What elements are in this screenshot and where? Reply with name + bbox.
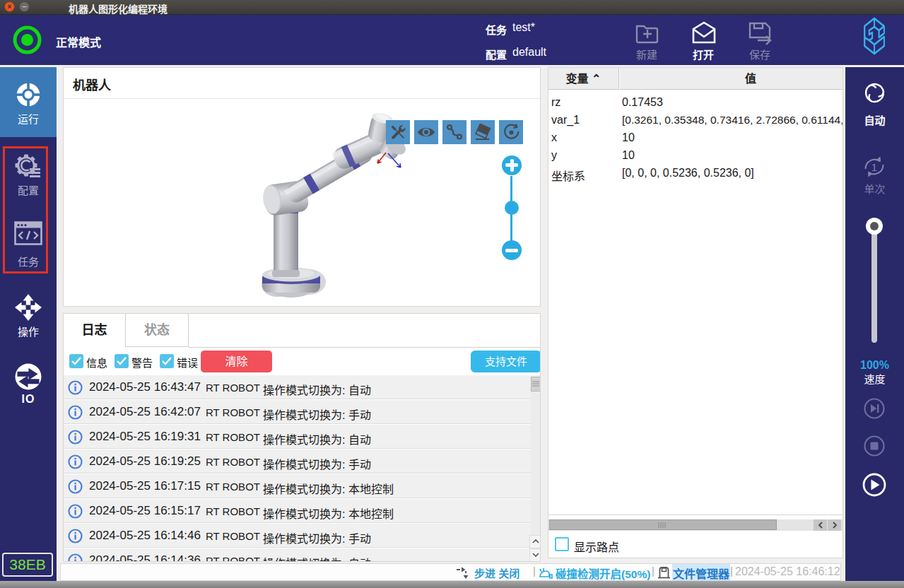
svg-text:1: 1	[871, 161, 877, 173]
